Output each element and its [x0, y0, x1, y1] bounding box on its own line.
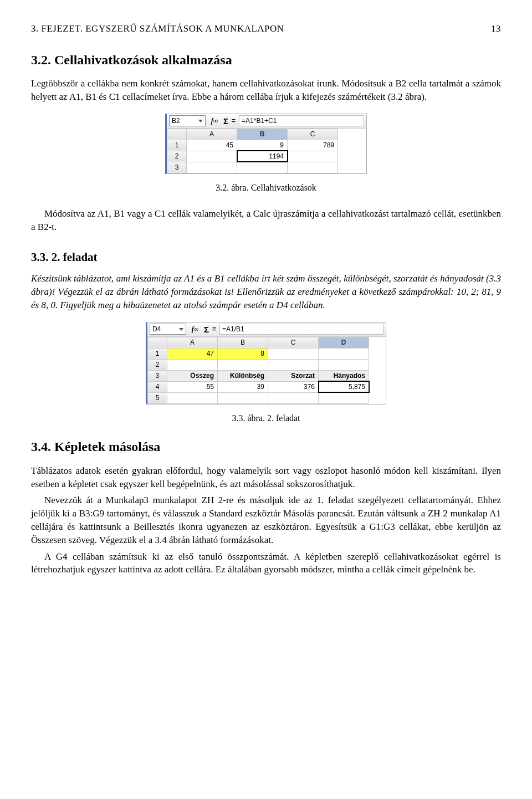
- formula-text: =A1/B1: [222, 325, 244, 334]
- section-3-4-p3: A G4 cellában számítsuk ki az első tanul…: [31, 550, 501, 577]
- cell-B2[interactable]: 1194: [237, 151, 288, 162]
- paragraph-after-fig1: Módosítva az A1, B1 vagy a C1 cellák val…: [31, 207, 501, 234]
- cell-C5[interactable]: [268, 392, 319, 403]
- cell-A3[interactable]: [187, 162, 237, 173]
- cell-B1[interactable]: 9: [237, 140, 288, 151]
- cell-C1[interactable]: [268, 348, 319, 359]
- cell-C4[interactable]: 376: [268, 381, 319, 392]
- cell-B1[interactable]: 8: [218, 348, 268, 359]
- name-box-value: B2: [172, 116, 180, 126]
- cell-B4[interactable]: 39: [218, 381, 268, 392]
- section-3-4-p1: Táblázatos adatok esetén gyakran előford…: [31, 464, 501, 491]
- figure-3-3: D4 f∞ Σ = =A1/B1 A B C D 1 47 8: [31, 322, 501, 404]
- cell-A2[interactable]: [167, 359, 218, 370]
- row-2[interactable]: 2: [148, 359, 167, 370]
- cell-C3[interactable]: [288, 162, 338, 173]
- figure-3-2: B2 f∞ Σ = =A1*B1+C1 A B C 1 45 9 789: [31, 114, 501, 174]
- table-row: 5: [148, 392, 369, 403]
- equals-icon[interactable]: =: [212, 325, 216, 334]
- sigma-icon[interactable]: Σ: [204, 324, 209, 335]
- fx-icon[interactable]: f∞: [209, 116, 220, 126]
- name-box[interactable]: B2: [169, 115, 206, 126]
- page-number: 13: [491, 22, 501, 35]
- row-1[interactable]: 1: [148, 348, 167, 359]
- col-C[interactable]: C: [268, 337, 319, 348]
- cell-B2[interactable]: [218, 359, 268, 370]
- cell-A5[interactable]: [167, 392, 218, 403]
- cell-D3[interactable]: Hányados: [319, 370, 369, 381]
- cell-B3[interactable]: [237, 162, 288, 173]
- col-B[interactable]: B: [237, 129, 288, 140]
- header-left: 3. FEJEZET. EGYSZERŰ SZÁMÍTÁSOK A MUNKAL…: [31, 22, 284, 35]
- formula-bar: B2 f∞ Σ = =A1*B1+C1: [167, 114, 366, 129]
- equals-icon[interactable]: =: [232, 116, 236, 126]
- chevron-down-icon: [198, 120, 203, 122]
- cell-C1[interactable]: 789: [288, 140, 338, 151]
- row-3[interactable]: 3: [167, 162, 187, 173]
- section-3-4-title: 3.4. Képletek másolása: [31, 438, 501, 457]
- section-3-2-title: 3.2. Cellahivatkozások alkalmazása: [31, 51, 501, 70]
- col-A[interactable]: A: [187, 129, 237, 140]
- table-row: 3: [167, 162, 338, 173]
- col-A[interactable]: A: [167, 337, 218, 348]
- page-header: 3. FEJEZET. EGYSZERŰ SZÁMÍTÁSOK A MUNKAL…: [31, 22, 501, 35]
- row-5[interactable]: 5: [148, 392, 167, 403]
- grid-fig1: A B C 1 45 9 789 2 1194 3: [167, 129, 338, 173]
- row-2[interactable]: 2: [167, 151, 187, 162]
- figure-3-2-caption: 3.2. ábra. Cellahivatkozások: [31, 182, 501, 194]
- col-D[interactable]: D: [319, 337, 369, 348]
- cell-A2[interactable]: [187, 151, 237, 162]
- cell-A3[interactable]: Összeg: [167, 370, 218, 381]
- grid-fig2: A B C D 1 47 8 2 3 Összeg: [147, 337, 369, 404]
- table-row: 2: [148, 359, 369, 370]
- cell-B5[interactable]: [218, 392, 268, 403]
- col-C[interactable]: C: [288, 129, 338, 140]
- formula-input[interactable]: =A1*B1+C1: [239, 115, 364, 126]
- fx-icon[interactable]: f∞: [190, 324, 201, 334]
- table-row: 1 47 8: [148, 348, 369, 359]
- table-row: 2 1194: [167, 151, 338, 162]
- col-B[interactable]: B: [218, 337, 268, 348]
- formula-text: =A1*B1+C1: [242, 116, 277, 126]
- cell-C2[interactable]: [268, 359, 319, 370]
- section-3-4-p2: Nevezzük át a Munkalap3 munkalapot ZH 2-…: [31, 494, 501, 546]
- table-row: 4 55 39 376 5,875: [148, 381, 369, 392]
- cell-D5[interactable]: [319, 392, 369, 403]
- corner-cell[interactable]: [148, 337, 167, 348]
- row-3[interactable]: 3: [148, 370, 167, 381]
- cell-A1[interactable]: 47: [167, 348, 218, 359]
- table-row: 3 Összeg Különbség Szorzat Hányados: [148, 370, 369, 381]
- section-3-3-paragraph: Készítsünk táblázatot, ami kiszámítja az…: [31, 272, 501, 311]
- cell-D2[interactable]: [319, 359, 369, 370]
- cell-C2[interactable]: [288, 151, 338, 162]
- row-4[interactable]: 4: [148, 381, 167, 392]
- cell-D1[interactable]: [319, 348, 369, 359]
- section-3-3-title: 3.3. 2. feladat: [31, 249, 501, 265]
- cell-A4[interactable]: 55: [167, 381, 218, 392]
- section-3-2-paragraph: Legtöbbször a cellákba nem konkrét számo…: [31, 77, 501, 104]
- row-1[interactable]: 1: [167, 140, 187, 151]
- spreadsheet-fig1: B2 f∞ Σ = =A1*B1+C1 A B C 1 45 9 789: [165, 114, 367, 174]
- spreadsheet-fig2: D4 f∞ Σ = =A1/B1 A B C D 1 47 8: [146, 322, 386, 404]
- formula-input[interactable]: =A1/B1: [219, 324, 383, 335]
- formula-bar: D4 f∞ Σ = =A1/B1: [147, 322, 386, 337]
- corner-cell[interactable]: [167, 129, 187, 140]
- sigma-icon[interactable]: Σ: [223, 115, 228, 127]
- cell-D4[interactable]: 5,875: [319, 381, 369, 392]
- cell-C3[interactable]: Szorzat: [268, 370, 319, 381]
- chevron-down-icon: [179, 328, 183, 331]
- cell-B3[interactable]: Különbség: [218, 370, 268, 381]
- name-box[interactable]: D4: [150, 324, 186, 335]
- cell-A1[interactable]: 45: [187, 140, 237, 151]
- table-row: 1 45 9 789: [167, 140, 338, 151]
- figure-3-3-caption: 3.3. ábra. 2. feladat: [31, 412, 501, 424]
- name-box-value: D4: [152, 325, 161, 334]
